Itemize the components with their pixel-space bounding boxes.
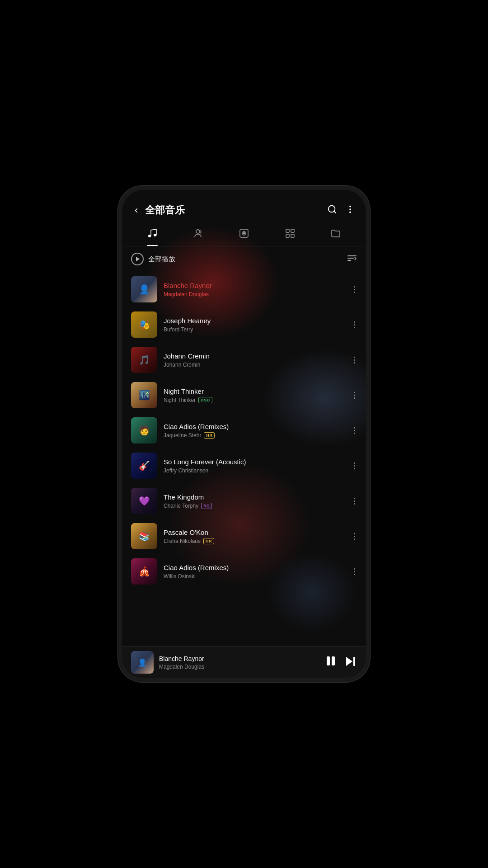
song-more-button[interactable]: [352, 355, 357, 365]
song-info: Night Thinker Night Thinker DSD: [164, 387, 346, 403]
song-title: Blanche Raynor: [164, 282, 346, 289]
quality-badge-dsd: DSD: [198, 397, 212, 403]
song-artist: Johann Cremin: [164, 362, 346, 368]
svg-point-3: [349, 208, 351, 210]
song-title: Johann Cremin: [164, 352, 346, 360]
list-item[interactable]: 📚 Pascale O'Kon Elisha Nikolaus HR: [122, 519, 366, 554]
svg-point-10: [243, 233, 244, 234]
album-art: 🎸: [131, 453, 157, 479]
song-artist: Buford Terry: [164, 326, 346, 333]
list-item[interactable]: 👤 Blanche Raynor Magdalen Douglas: [122, 272, 366, 307]
svg-rect-19: [327, 656, 330, 665]
quality-badge-hr: HR: [203, 538, 214, 544]
back-button[interactable]: ‹: [133, 203, 140, 218]
song-artist: Jaqueline Stehr HR: [164, 432, 346, 439]
song-title: Pascale O'Kon: [164, 528, 346, 536]
play-all-label: 全部播放: [148, 255, 343, 264]
tab-playlist[interactable]: [279, 225, 301, 246]
song-info: So Long Forever (Acoustic) Jeffry Christ…: [164, 458, 346, 474]
album-art: 🌃: [131, 382, 157, 408]
song-more-button[interactable]: [352, 531, 357, 542]
song-info: Joseph Heaney Buford Terry: [164, 317, 346, 333]
list-item[interactable]: 🎭 Joseph Heaney Buford Terry: [122, 307, 366, 342]
song-artist: Charlie Torphy SQ: [164, 503, 346, 509]
sort-icon[interactable]: [347, 254, 357, 264]
song-title: Night Thinker: [164, 387, 346, 395]
list-item[interactable]: 💜 The Kingdom Charlie Torphy SQ: [122, 483, 366, 519]
svg-point-7: [196, 230, 200, 233]
now-playing-info: Blanche Raynor Magdalen Douglas: [159, 655, 319, 670]
tab-album[interactable]: [233, 225, 255, 246]
song-more-button[interactable]: [352, 461, 357, 471]
svg-rect-14: [291, 234, 294, 237]
phone-screen: ‹ 全部音乐: [122, 190, 366, 678]
song-more-button[interactable]: [352, 320, 357, 330]
list-item[interactable]: 🎸 So Long Forever (Acoustic) Jeffry Chri…: [122, 448, 366, 483]
album-art: 🎵: [131, 347, 157, 373]
folder-tab-icon: [330, 228, 341, 241]
album-art: 📚: [131, 523, 157, 549]
svg-point-2: [349, 205, 351, 207]
song-info: Ciao Adios (Remixes) Jaqueline Stehr HR: [164, 423, 346, 439]
now-playing-title: Blanche Raynor: [159, 655, 319, 662]
artist-tab-icon: [192, 228, 203, 241]
song-title: Ciao Adios (Remixes): [164, 423, 346, 430]
svg-point-4: [349, 211, 351, 213]
song-artist: Jeffry Christiansen: [164, 467, 346, 474]
quality-badge-hr: HR: [204, 432, 215, 439]
play-all-button[interactable]: [131, 253, 144, 265]
svg-marker-15: [136, 257, 140, 261]
skip-next-button[interactable]: [344, 655, 357, 670]
song-more-button[interactable]: [352, 425, 357, 436]
now-playing-artist: Magdalen Douglas: [159, 664, 319, 670]
song-title: So Long Forever (Acoustic): [164, 458, 346, 466]
nav-tabs: [122, 222, 366, 246]
phone-frame: ‹ 全部音乐: [117, 185, 371, 683]
song-more-button[interactable]: [352, 566, 357, 577]
album-art: 🧑: [131, 417, 157, 443]
search-icon[interactable]: [327, 204, 337, 217]
now-playing-art: 👤: [131, 651, 154, 674]
song-info: Pascale O'Kon Elisha Nikolaus HR: [164, 528, 346, 544]
more-menu-icon[interactable]: [345, 204, 355, 217]
song-title: The Kingdom: [164, 493, 346, 501]
svg-rect-20: [332, 656, 335, 665]
song-more-button[interactable]: [352, 390, 357, 401]
song-title: Joseph Heaney: [164, 317, 346, 325]
svg-rect-11: [286, 229, 289, 232]
tab-folder[interactable]: [325, 225, 347, 246]
svg-rect-13: [286, 234, 289, 237]
svg-point-6: [154, 234, 156, 236]
tab-music[interactable]: [141, 225, 163, 246]
song-info: Johann Cremin Johann Cremin: [164, 352, 346, 368]
header-actions: [327, 204, 355, 217]
list-item[interactable]: 🎪 Ciao Adios (Remixes) Willis Osinski: [122, 554, 366, 589]
song-artist: Willis Osinski: [164, 573, 346, 580]
list-item[interactable]: 🌃 Night Thinker Night Thinker DSD: [122, 377, 366, 413]
song-artist: Magdalen Douglas: [164, 291, 346, 297]
song-more-button[interactable]: [352, 284, 357, 295]
playback-controls: [324, 655, 357, 670]
quality-badge-sq: SQ: [201, 503, 212, 509]
header: ‹ 全部音乐: [122, 190, 366, 222]
svg-line-1: [334, 211, 336, 213]
song-artist: Night Thinker DSD: [164, 397, 346, 403]
page-title: 全部音乐: [145, 203, 322, 217]
song-more-button[interactable]: [352, 496, 357, 506]
song-title: Ciao Adios (Remixes): [164, 564, 346, 571]
list-item[interactable]: 🧑 Ciao Adios (Remixes) Jaqueline Stehr H…: [122, 413, 366, 448]
play-all-bar: 全部播放: [122, 246, 366, 272]
song-list: 👤 Blanche Raynor Magdalen Douglas 🎭: [122, 272, 366, 646]
list-item[interactable]: 🎵 Johann Cremin Johann Cremin: [122, 342, 366, 377]
svg-rect-12: [291, 229, 294, 232]
song-artist: Elisha Nikolaus HR: [164, 538, 346, 544]
svg-marker-21: [346, 657, 352, 666]
pause-button[interactable]: [324, 655, 337, 670]
tab-artist[interactable]: [187, 225, 209, 246]
song-info: The Kingdom Charlie Torphy SQ: [164, 493, 346, 509]
album-tab-icon: [239, 228, 249, 241]
album-art: 🎪: [131, 558, 157, 585]
music-tab-icon: [147, 228, 158, 241]
screen-content: ‹ 全部音乐: [122, 190, 366, 678]
now-playing-bar[interactable]: 👤 Blanche Raynor Magdalen Douglas: [122, 646, 366, 678]
